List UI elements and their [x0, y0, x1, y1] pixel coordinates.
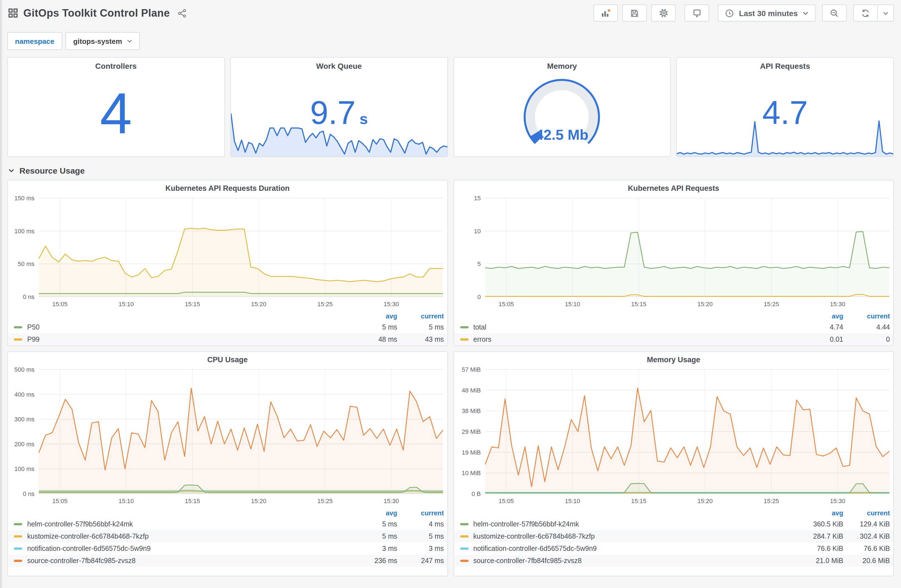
legend-avg-value: 5 ms [354, 532, 397, 540]
panel-title[interactable]: Kubernetes API Requests Duration [8, 180, 447, 193]
x-axis-label: 15:30 [830, 498, 845, 504]
legend-series-name[interactable]: source-controller-7fb84fc985-zvsz8 [27, 557, 354, 565]
legend-series-name[interactable]: P50 [27, 324, 354, 331]
legend-column-current[interactable]: current [843, 509, 890, 517]
zoom-out-button[interactable] [822, 5, 846, 22]
chart-legend: avgcurrenthelm-controller-57f9b56bbf-k24… [454, 508, 893, 567]
legend-row: helm-controller-57f9b56bbf-k24mk360.5 Ki… [454, 518, 893, 530]
legend-avg-value: 236 ms [354, 557, 397, 565]
time-series-chart[interactable]: 15:0515:1015:1515:2015:2515:300 ns50 ms1… [8, 194, 447, 310]
chart-canvas[interactable]: 15:0515:1015:1515:2015:2515:300 ns50 ms1… [8, 194, 447, 310]
panel-memory: Memory 42.5 Mb [453, 57, 671, 157]
x-axis-label: 15:05 [498, 498, 513, 504]
legend-column-current[interactable]: current [397, 312, 444, 320]
legend-row: total4.744.44 [454, 321, 893, 333]
x-axis-label: 15:10 [564, 301, 580, 308]
legend-series-name[interactable]: kustomize-controller-6c6784b468-7kzfp [473, 532, 800, 540]
chevron-down-icon [127, 39, 132, 43]
panel-title[interactable]: Memory Usage [454, 352, 893, 364]
series-line-total [485, 232, 889, 269]
dashboard-grid-icon[interactable] [8, 8, 18, 18]
chart-canvas[interactable]: 15:0515:1015:1515:2015:2515:300 ns100 ms… [8, 365, 447, 507]
add-panel-button[interactable] [594, 5, 618, 22]
share-icon[interactable] [178, 9, 187, 17]
panel-title[interactable]: CPU Usage [8, 352, 447, 364]
legend-column-avg[interactable]: avg [800, 509, 843, 517]
panel-title[interactable]: Work Queue [231, 58, 447, 70]
legend-column-avg[interactable]: avg [800, 312, 843, 320]
legend-series-name[interactable]: notification-controller-6d56575dc-5w9n9 [27, 545, 354, 552]
x-axis-label: 15:10 [564, 498, 580, 504]
panel-title[interactable]: Kubernetes API Requests [454, 180, 893, 193]
legend-series-name[interactable]: kustomize-controller-6c6784b468-7kzfp [27, 532, 354, 540]
x-axis-label: 15:25 [763, 498, 779, 504]
legend-current-value: 3 ms [397, 545, 444, 552]
legend-column-avg[interactable]: avg [354, 509, 397, 517]
x-axis-label: 15:15 [185, 301, 200, 308]
refresh-button[interactable] [853, 5, 878, 22]
dashboard-title: GitOps Toolkit Control Plane [23, 7, 170, 19]
save-dashboard-button[interactable] [622, 5, 647, 22]
series-color-dash [14, 338, 22, 341]
legend-series-name[interactable]: total [473, 324, 800, 331]
chart-canvas[interactable]: 15:0515:1015:1515:2015:2515:30051015 [454, 194, 893, 310]
y-axis-label: 100 ms [14, 465, 34, 472]
series-color-dash [460, 338, 468, 341]
legend-avg-value: 48 ms [354, 336, 397, 343]
y-axis-label: 0 [477, 294, 480, 300]
namespace-dropdown[interactable]: gitops-system [65, 32, 140, 50]
chart-canvas[interactable]: 15:0515:1015:1515:2015:2515:300 B10 MiB1… [454, 365, 893, 507]
legend-column-current[interactable]: current [843, 312, 890, 320]
x-axis-label: 15:05 [52, 498, 67, 504]
y-axis-label: 19 MiB [461, 449, 480, 456]
variables-bar: namespace gitops-system [0, 22, 901, 50]
legend-series-name[interactable]: notification-controller-6d56575dc-5w9n9 [473, 545, 800, 552]
refresh-interval-caret-button[interactable] [878, 5, 894, 22]
dashboard-settings-button[interactable] [651, 5, 676, 22]
row-resource-usage[interactable]: Resource Usage [0, 157, 901, 175]
cycle-view-mode-button[interactable] [684, 5, 709, 22]
legend-series-name[interactable]: helm-controller-57f9b56bbf-k24mk [27, 520, 354, 528]
stat-panel-row: Controllers 4 Work Queue 9.7s Memory 42.… [0, 50, 901, 157]
legend-column-current[interactable]: current [397, 509, 444, 517]
y-axis-label: 0 ns [23, 294, 34, 300]
legend-current-value: 4.44 [843, 324, 890, 331]
panel-api-requests: API Requests 4.7 [677, 57, 894, 157]
legend-series-name[interactable]: P99 [27, 336, 354, 343]
x-axis-label: 15:20 [697, 498, 712, 504]
panel-title[interactable]: Controllers [8, 58, 224, 70]
legend-current-value: 0 [843, 336, 890, 343]
y-axis-label: 38 MiB [461, 408, 480, 414]
panel-title[interactable]: Memory [454, 58, 670, 70]
x-axis-label: 15:20 [251, 498, 267, 504]
legend-row: P9948 ms43 ms [8, 333, 447, 345]
panel-k8s-api-requests-duration: Kubernetes API Requests Duration 15:0515… [7, 180, 448, 346]
series-color-dash [460, 548, 468, 550]
left-edge-shadow [0, 0, 3, 588]
clock-icon [725, 9, 734, 17]
chevron-down-icon [803, 11, 808, 15]
x-axis-label: 15:05 [498, 301, 513, 308]
series-color-dash [460, 560, 468, 562]
series-color-dash [460, 523, 468, 525]
legend-series-name[interactable]: helm-controller-57f9b56bbf-k24mk [473, 520, 800, 528]
time-series-chart[interactable]: 15:0515:1015:1515:2015:2515:30051015 [454, 194, 893, 310]
dashboard-header: GitOps Toolkit Control Plane La [0, 0, 901, 22]
stat-value: 4.7 [677, 96, 893, 129]
legend-row: P505 ms5 ms [8, 321, 447, 333]
y-axis-label: 500 ms [14, 366, 34, 373]
legend-row: kustomize-controller-6c6784b468-7kzfp284… [454, 530, 893, 543]
time-series-chart[interactable]: 15:0515:1015:1515:2015:2515:300 ns100 ms… [8, 365, 447, 507]
gauge-value: 42.5 Mb [454, 126, 670, 144]
x-axis-label: 15:15 [631, 301, 646, 308]
y-axis-label: 200 ms [14, 441, 34, 448]
x-axis-label: 15:20 [697, 301, 712, 308]
panel-title[interactable]: API Requests [677, 58, 893, 70]
legend-row: source-controller-7fb84fc985-zvsz821.0 M… [454, 555, 893, 567]
legend-series-name[interactable]: source-controller-7fb84fc985-zvsz8 [473, 557, 800, 565]
legend-column-avg[interactable]: avg [354, 312, 397, 320]
legend-header: avgcurrent [454, 508, 893, 518]
legend-series-name[interactable]: errors [473, 336, 800, 343]
time-range-picker[interactable]: Last 30 minutes [718, 5, 815, 22]
time-series-chart[interactable]: 15:0515:1015:1515:2015:2515:300 B10 MiB1… [454, 365, 893, 507]
